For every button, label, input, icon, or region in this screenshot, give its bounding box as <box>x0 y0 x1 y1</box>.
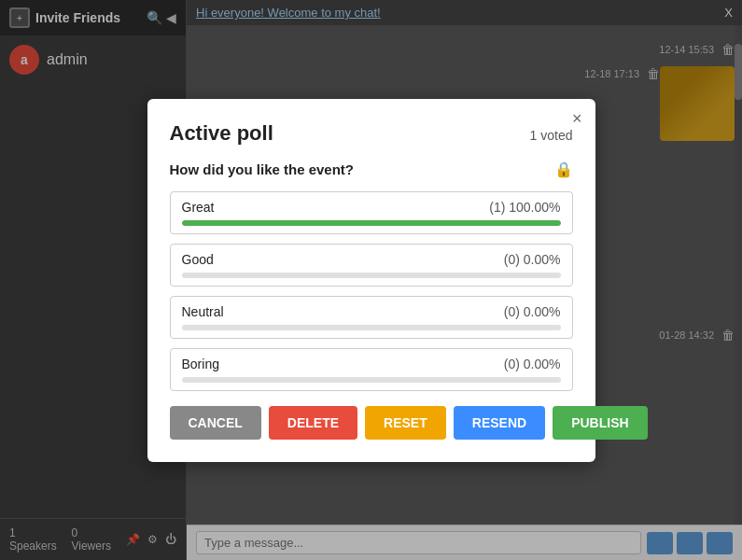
poll-option: Good (0) 0.00% <box>170 244 573 287</box>
poll-question-row: How did you like the event? 🔒 <box>170 161 573 178</box>
poll-option-header: Boring (0) 0.00% <box>182 357 561 371</box>
modal-close-button[interactable]: × <box>572 110 582 127</box>
poll-option-label: Good <box>182 252 214 267</box>
modal: × Active poll 1 voted How did you like t… <box>147 99 595 462</box>
resend-button[interactable]: RESEND <box>454 406 545 440</box>
cancel-button[interactable]: CANCEL <box>170 406 261 440</box>
poll-option-label: Great <box>182 200 215 215</box>
poll-option: Boring (0) 0.00% <box>170 348 573 391</box>
progress-bar-bg <box>182 273 561 278</box>
modal-header: Active poll 1 voted <box>170 121 573 146</box>
poll-option-pct: (0) 0.00% <box>504 252 561 267</box>
lock-icon: 🔒 <box>554 161 573 178</box>
modal-overlay: × Active poll 1 voted How did you like t… <box>0 0 742 560</box>
poll-options: Great (1) 100.00% Good (0) 0.00% Neutral… <box>170 191 573 391</box>
delete-button[interactable]: DELETE <box>269 406 357 440</box>
modal-buttons: CANCEL DELETE RESET RESEND PUBLISH <box>170 406 573 440</box>
poll-option-pct: (1) 100.00% <box>489 200 560 215</box>
poll-option-label: Boring <box>182 357 219 371</box>
poll-option: Great (1) 100.00% <box>170 191 573 234</box>
progress-bar-fill <box>182 220 561 226</box>
progress-bar-bg <box>182 220 561 226</box>
poll-option-label: Neutral <box>182 304 224 319</box>
poll-option-header: Great (1) 100.00% <box>182 200 561 215</box>
poll-option-header: Good (0) 0.00% <box>182 252 561 267</box>
publish-button[interactable]: PUBLISH <box>553 406 647 440</box>
poll-option-pct: (0) 0.00% <box>504 357 561 371</box>
progress-bar-bg <box>182 325 561 330</box>
progress-bar-bg <box>182 377 561 383</box>
modal-title: Active poll <box>170 121 273 146</box>
poll-option: Neutral (0) 0.00% <box>170 296 573 339</box>
poll-option-pct: (0) 0.00% <box>504 304 561 319</box>
poll-option-header: Neutral (0) 0.00% <box>182 304 561 319</box>
reset-button[interactable]: RESET <box>365 406 446 440</box>
modal-votes: 1 voted <box>530 128 573 143</box>
poll-question: How did you like the event? <box>170 161 355 177</box>
